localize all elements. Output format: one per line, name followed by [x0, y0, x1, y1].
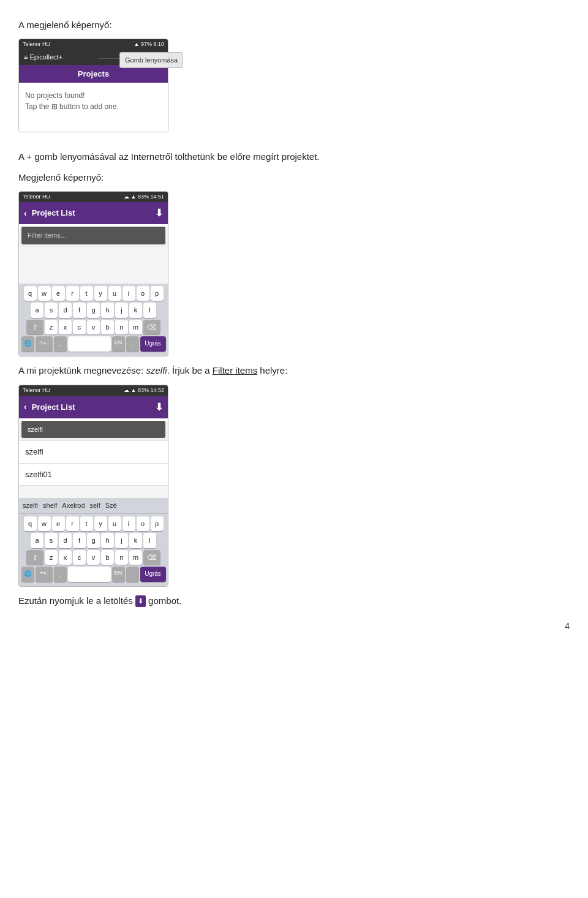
- key-period[interactable]: .: [126, 336, 139, 352]
- key-shift-3[interactable]: ⇧: [26, 550, 43, 565]
- text2-part1: A mi projektünk megnevezése:: [18, 365, 146, 375]
- key-d[interactable]: d: [59, 303, 72, 318]
- key-s[interactable]: s: [45, 303, 58, 318]
- keyboard-2: q w e r t y u i o p a s d f g h j k l ⇧ …: [19, 284, 168, 356]
- key-k[interactable]: k: [129, 303, 142, 318]
- key-y-3[interactable]: y: [94, 516, 107, 532]
- key-n[interactable]: n: [115, 320, 128, 335]
- key-backspace[interactable]: ⌫: [143, 320, 160, 335]
- key-r[interactable]: r: [66, 286, 79, 301]
- key-y[interactable]: y: [94, 286, 107, 301]
- list-item-szelfi[interactable]: szelfi: [19, 440, 168, 464]
- key-action-3[interactable]: Ugrás: [140, 567, 166, 582]
- key-i-3[interactable]: i: [123, 516, 135, 532]
- key-z[interactable]: z: [45, 320, 58, 335]
- key-f-3[interactable]: f: [73, 533, 86, 548]
- key-x-3[interactable]: x: [59, 550, 72, 565]
- key-h-3[interactable]: h: [101, 533, 114, 548]
- key-b-3[interactable]: b: [101, 550, 114, 565]
- keyboard-row4-3: 🌐 +=, , EN . Ugrás: [20, 567, 167, 582]
- key-i[interactable]: i: [123, 286, 135, 301]
- key-p-3[interactable]: p: [151, 516, 164, 532]
- key-c-3[interactable]: c: [73, 550, 86, 565]
- key-q[interactable]: q: [24, 286, 37, 301]
- key-en[interactable]: EN: [112, 336, 125, 352]
- key-g-3[interactable]: g: [87, 533, 100, 548]
- key-s-3[interactable]: s: [45, 533, 58, 548]
- key-b[interactable]: b: [101, 320, 114, 335]
- key-x[interactable]: x: [59, 320, 72, 335]
- autocomplete-self[interactable]: self: [90, 500, 100, 511]
- autocomplete-szelfi[interactable]: szelfi: [23, 500, 38, 511]
- key-period-3[interactable]: .: [126, 567, 139, 582]
- key-u-3[interactable]: u: [108, 516, 121, 532]
- key-w[interactable]: w: [38, 286, 51, 301]
- autocomplete-sze[interactable]: Szé: [105, 500, 117, 511]
- key-v-3[interactable]: v: [87, 550, 100, 565]
- key-a-3[interactable]: a: [31, 533, 43, 548]
- autocomplete-axelrod[interactable]: Axelrod: [62, 500, 85, 511]
- status-bar-2: Telenor HU ☁ ▲ 83% 14:51: [19, 192, 168, 203]
- key-n-3[interactable]: n: [115, 550, 128, 565]
- key-symbols-3[interactable]: +=,: [36, 567, 53, 582]
- key-h[interactable]: h: [101, 303, 114, 318]
- key-o[interactable]: o: [137, 286, 149, 301]
- key-j-3[interactable]: j: [115, 533, 128, 548]
- key-shift[interactable]: ⇧: [26, 320, 43, 335]
- key-t[interactable]: t: [80, 286, 93, 301]
- key-comma-3[interactable]: ,: [54, 567, 67, 582]
- no-projects-text: No projects found!: [25, 90, 162, 101]
- back-arrow-2[interactable]: ‹: [24, 207, 27, 220]
- key-t-3[interactable]: t: [80, 516, 93, 532]
- back-arrow-3[interactable]: ‹: [24, 401, 27, 413]
- key-backspace-3[interactable]: ⌫: [143, 550, 160, 565]
- key-globe[interactable]: 🌐: [21, 336, 34, 352]
- key-o-3[interactable]: o: [137, 516, 149, 532]
- key-d-3[interactable]: d: [59, 533, 72, 548]
- key-action-2[interactable]: Ugrás: [140, 336, 166, 352]
- key-l-3[interactable]: l: [143, 533, 156, 548]
- key-v[interactable]: v: [87, 320, 100, 335]
- key-u[interactable]: u: [108, 286, 121, 301]
- key-k-3[interactable]: k: [129, 533, 142, 548]
- keyboard-row4-2: 🌐 +=, , EN . Ugrás: [20, 336, 167, 352]
- key-g[interactable]: g: [87, 303, 100, 318]
- key-c[interactable]: c: [73, 320, 86, 335]
- autocomplete-shelf[interactable]: shelf: [43, 500, 57, 511]
- key-m-3[interactable]: m: [129, 550, 142, 565]
- phone1-content: No projects found! Tap the ⊞ button to a…: [19, 83, 168, 132]
- keyboard-row1-3: q w e r t y u i o p: [20, 516, 167, 532]
- key-space[interactable]: [68, 336, 111, 352]
- key-f[interactable]: f: [73, 303, 86, 318]
- key-l[interactable]: l: [143, 303, 156, 318]
- key-e-3[interactable]: e: [52, 516, 65, 532]
- filter-bar-2[interactable]: Filter items...: [21, 227, 165, 244]
- nav-bar-3: ‹ Project List ⬇: [19, 396, 168, 418]
- filter-bar-3[interactable]: szelfi: [21, 421, 165, 439]
- key-j[interactable]: j: [115, 303, 128, 318]
- nav-bar-2: ‹ Project List ⬇: [19, 202, 168, 224]
- key-comma[interactable]: ,: [54, 336, 67, 352]
- key-globe-3[interactable]: 🌐: [21, 567, 34, 582]
- text3-part1: Ezután nyomjuk le a letöltés: [18, 595, 135, 606]
- phone-mockup-1: Telenor HU ▲ 97% 9:10 ≡ Epicollect+ ⊞ Pr…: [18, 39, 168, 139]
- key-en-3[interactable]: EN: [112, 567, 125, 582]
- keyboard-row3-2: ⇧ z x c v b n m ⌫: [20, 320, 167, 335]
- key-p[interactable]: p: [151, 286, 164, 301]
- key-r-3[interactable]: r: [66, 516, 79, 532]
- key-z-3[interactable]: z: [45, 550, 58, 565]
- status-carrier-3: Telenor HU: [23, 387, 50, 395]
- key-a[interactable]: a: [31, 303, 43, 318]
- keyboard-row2-3: a s d f g h j k l: [20, 533, 167, 548]
- key-space-3[interactable]: [68, 567, 111, 582]
- download-icon-2[interactable]: ⬇: [155, 206, 163, 221]
- key-q-3[interactable]: q: [24, 516, 37, 532]
- status-bar-1: Telenor HU ▲ 97% 9:10: [19, 39, 168, 50]
- key-m[interactable]: m: [129, 320, 142, 335]
- key-e[interactable]: e: [52, 286, 65, 301]
- download-icon-3[interactable]: ⬇: [155, 400, 163, 415]
- list-item-szelfi01[interactable]: szelfi01: [19, 464, 168, 486]
- key-symbols[interactable]: +=,: [36, 336, 53, 352]
- key-w-3[interactable]: w: [38, 516, 51, 532]
- phone3-content: szelfi szelfi szelfi01: [19, 421, 168, 499]
